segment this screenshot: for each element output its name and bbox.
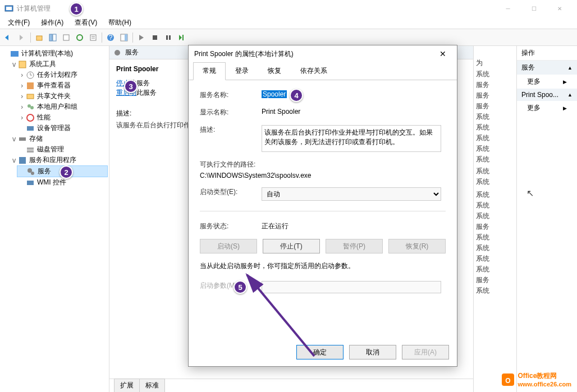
list-item[interactable]: 系统 [474,133,516,144]
back-button[interactable] [2,31,15,44]
tree-root[interactable]: 计算机管理(本地) [1,48,108,59]
callout-1: 1 [70,2,83,16]
status-value: 正在运行 [262,222,446,231]
up-button[interactable] [33,31,45,44]
list-item[interactable]: 系统 [474,253,516,264]
exe-path-value: C:\WINDOWS\System32\spoolsv.exe [200,172,446,179]
stop-button[interactable]: 停止(T) [263,239,320,253]
svg-line-37 [247,275,314,356]
tree-system-tools[interactable]: v系统工具 [9,59,108,70]
list-item[interactable]: 系统 [474,144,516,154]
list-item[interactable]: 系统 [474,112,516,122]
apply-button[interactable]: 应用(A) [402,345,449,359]
tab-standard[interactable]: 标准 [139,379,165,392]
properties-button[interactable] [87,31,99,44]
dialog-tabs: 常规 登录 恢复 依存关系 [189,62,457,80]
actions-header: 操作 [517,46,577,61]
svg-rect-14 [153,35,157,40]
display-name-value: Print Spooler [262,108,446,117]
tab-dependencies[interactable]: 依存关系 [291,62,337,80]
svg-point-6 [77,35,83,40]
list-item[interactable]: 系统 [474,177,516,187]
forward-button[interactable] [16,31,28,44]
menu-file[interactable]: 文件(F) [2,17,35,29]
list-item[interactable]: 系统 [474,69,516,80]
actions-pane: 操作 服务▲ 更多▶ Print Spoo...▲ 更多▶ [517,46,577,392]
svg-rect-35 [27,181,34,185]
menu-view[interactable]: 查看(V) [69,17,103,29]
tree-services-apps[interactable]: v服务和应用程序 [9,155,108,165]
actions-group-services[interactable]: 服务▲ [517,61,577,75]
menu-help[interactable]: 帮助(H) [103,17,137,29]
desc-textarea[interactable]: 该服务在后台执行打印作业并处理与打印机的交互。如果关闭该服务，则无法进行打印或查… [262,125,441,152]
dialog-titlebar[interactable]: Print Spooler 的属性(本地计算机) ✕ [189,45,457,62]
action-pane-button[interactable] [118,31,130,44]
pause-service-button[interactable] [162,31,175,44]
show-hide-button[interactable] [47,31,59,44]
list-item[interactable]: 服务 [474,275,516,285]
tree-sidebar[interactable]: 计算机管理(本地) v系统工具 ›任务计划程序 ›事件查看器 ›共享文件夹 ›本… [0,46,109,392]
list-item[interactable]: 系统 [474,122,516,133]
cancel-button[interactable]: 取消 [349,345,396,359]
collapse-icon: ▲ [567,92,573,98]
window-title: 计算机管理 [17,4,495,13]
list-item[interactable]: 系统 [474,190,516,200]
list-item[interactable]: 系统 [474,200,516,211]
resume-button[interactable]: 恢复(R) [388,239,446,253]
maximize-button[interactable]: ☐ [521,0,547,17]
tab-general[interactable]: 常规 [193,62,226,80]
start-service-button[interactable] [135,31,148,44]
list-item[interactable]: 服务 [474,222,516,232]
tab-recovery[interactable]: 恢复 [258,62,291,80]
list-item[interactable]: 系统 [474,232,516,243]
list-item[interactable]: 系统 [474,264,516,275]
svg-text:?: ? [109,34,113,41]
tree-performance[interactable]: ›性能 [17,112,108,123]
restart-service-button[interactable] [176,31,188,44]
tab-extended[interactable]: 扩展 [114,379,140,392]
list-item[interactable]: 系统 [474,166,516,177]
actions-more-2[interactable]: 更多▶ [517,101,577,115]
tab-logon[interactable]: 登录 [226,62,258,80]
refresh-button[interactable] [74,31,86,44]
list-item[interactable]: 系统 [474,243,516,253]
pause-button[interactable]: 暂停(P) [326,239,383,253]
actions-group-printspooler[interactable]: Print Spoo...▲ [517,89,577,101]
help-button[interactable]: ? [104,31,117,44]
chevron-right-icon: ▶ [563,79,567,85]
svg-rect-15 [166,35,168,40]
stop-service-button[interactable] [149,31,161,44]
list-item[interactable]: 服务 [474,90,516,101]
export-button[interactable] [60,31,72,44]
watermark: O Office教程网 www.office26.com [501,371,571,388]
tree-shared-folders[interactable]: ›共享文件夹 [17,91,108,102]
svg-point-34 [31,172,34,175]
list-item[interactable]: 系统 [474,154,516,165]
actions-more-1[interactable]: 更多▶ [517,75,577,89]
list-item[interactable]: 系统 [474,285,516,296]
tree-disk-management[interactable]: 磁盘管理 [17,144,108,155]
desc-label: 描述: [200,125,262,152]
tree-local-users[interactable]: ›本地用户和组 [17,102,108,112]
list-item[interactable]: 服务 [474,101,516,112]
menu-action[interactable]: 操作(A) [35,17,69,29]
tree-storage[interactable]: v存储 [9,133,108,144]
startup-type-select[interactable]: 自动 [262,187,441,201]
tree-task-scheduler[interactable]: ›任务计划程序 [17,70,108,80]
list-item[interactable]: 服务 [474,80,516,90]
tree-device-manager[interactable]: 设备管理器 [17,123,108,133]
svg-rect-16 [169,35,171,40]
exe-path-label: 可执行文件的路径: [200,160,446,169]
minimize-button[interactable]: ─ [495,0,521,17]
dialog-close-button[interactable]: ✕ [434,49,451,58]
callout-4: 4 [290,89,303,102]
column-header[interactable]: 为 [474,57,516,69]
close-button[interactable]: ✕ [547,0,573,17]
services-list-column[interactable]: 为 系统 服务 服务 服务 系统 系统 系统 系统 系统 系统 系统 系统 系统… [474,46,517,392]
start-button[interactable]: 启动(S) [200,239,257,253]
chevron-right-icon: ▶ [563,105,567,111]
tree-wmi[interactable]: WMI 控件 [17,177,108,188]
list-item[interactable]: 系统 [474,211,516,222]
svg-point-27 [27,114,34,121]
tree-event-viewer[interactable]: ›事件查看器 [17,80,108,91]
